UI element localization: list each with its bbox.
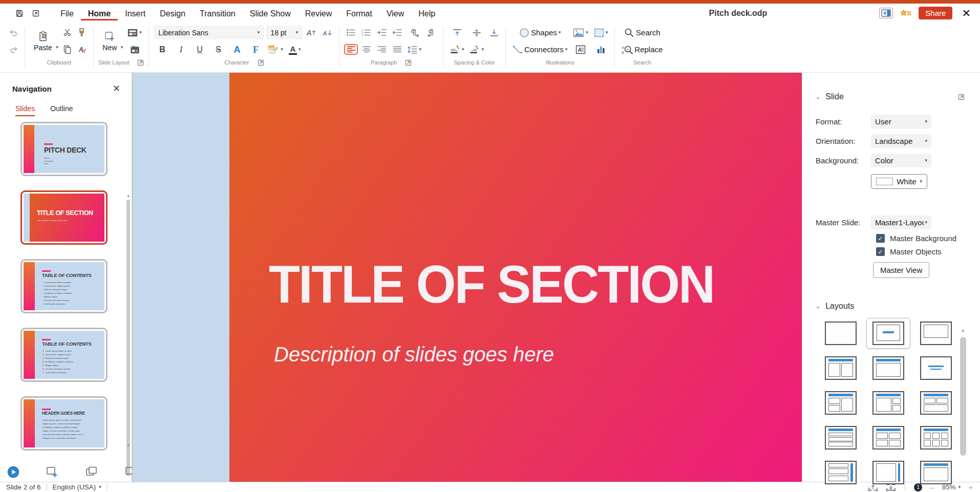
highlight-color-button[interactable]: ab▾ — [266, 44, 285, 56]
align-bottom-button[interactable] — [487, 27, 501, 38]
sidebar-scroll-up-icon[interactable]: ▲ — [960, 328, 967, 333]
background-select[interactable]: Color▾ — [871, 154, 931, 167]
save-icon[interactable] — [15, 9, 24, 17]
layout-option-title-two-content[interactable] — [819, 353, 863, 383]
numbered-list-button[interactable]: 123 — [359, 27, 373, 38]
language-selector[interactable]: English (USA) — [53, 483, 96, 491]
strikethrough-button[interactable]: S — [210, 44, 227, 55]
duplicate-slide-button[interactable] — [85, 466, 98, 478]
menu-design[interactable]: Design — [153, 6, 193, 20]
sidebar-scrollbar-thumb[interactable] — [960, 337, 966, 456]
copy-button[interactable] — [61, 43, 74, 56]
shrink-font-button[interactable]: A — [320, 27, 334, 39]
insert-textbox-button[interactable]: A — [571, 44, 590, 56]
slide-thumbnail-3[interactable]: TABLE OF CONTENTS•Lorem ipsum dolor sit … — [20, 259, 108, 313]
slide-title-text[interactable]: TITLE OF SECTION — [269, 258, 714, 311]
navigation-close-icon[interactable]: ✕ — [113, 83, 120, 94]
master-view-button[interactable]: Master View — [873, 262, 929, 278]
navigation-scrollbar-thumb[interactable] — [126, 200, 130, 476]
center-vertically-button[interactable] — [467, 27, 486, 38]
layout-option-vertical-bar-box[interactable] — [866, 457, 910, 488]
paste-dropdown-caret[interactable]: ▾ — [56, 45, 58, 50]
increase-indent-button[interactable] — [375, 27, 389, 38]
font-color-button[interactable]: A ▾ — [287, 43, 303, 56]
shadow-button[interactable]: A — [228, 44, 246, 56]
grow-font-button[interactable]: A — [304, 27, 318, 39]
layout-option-title-six-grid[interactable] — [914, 422, 958, 453]
menu-format[interactable]: Format — [339, 6, 379, 20]
space-above-button[interactable]: ▾ — [448, 44, 466, 55]
language-caret-icon[interactable]: ▾ — [99, 485, 101, 489]
align-top-button[interactable] — [448, 27, 466, 38]
underline-button[interactable]: U — [191, 44, 208, 55]
scroll-up-icon[interactable]: ▲ — [126, 194, 131, 198]
layout-option-centered-text[interactable] — [914, 353, 958, 383]
line-spacing-button[interactable]: ▾ — [406, 44, 423, 55]
layout-option-title-four-grid[interactable] — [866, 422, 910, 453]
slide-layout-button[interactable]: ▾ — [125, 27, 144, 38]
layout-option-title-right-split[interactable] — [866, 388, 910, 418]
menu-review[interactable]: Review — [298, 6, 339, 20]
add-slide-button[interactable] — [46, 466, 59, 478]
replace-button[interactable]: aba Replace — [620, 43, 665, 56]
undo-button[interactable] — [7, 27, 20, 38]
share-button[interactable]: Share — [919, 7, 952, 19]
open-new-window-icon[interactable] — [32, 9, 40, 17]
menu-file[interactable]: File — [53, 6, 81, 20]
menu-slide-show[interactable]: Slide Show — [243, 6, 298, 20]
start-presentation-button[interactable] — [7, 466, 19, 478]
search-button[interactable]: Search — [620, 26, 665, 39]
sidebar-scrollbar[interactable]: ▲ — [960, 328, 967, 482]
paragraph-popout-icon[interactable] — [405, 59, 412, 66]
close-document-icon[interactable]: ✕ — [960, 8, 973, 18]
change-layout-button[interactable] — [125, 44, 144, 56]
redo-button[interactable] — [7, 44, 20, 55]
layout-option-vertical-bar-rows[interactable] — [819, 457, 863, 488]
layout-option-title-two-top-one-bottom[interactable] — [914, 388, 958, 418]
nav-tab-slides[interactable]: Slides — [15, 104, 35, 116]
master-objects-checkbox[interactable]: ✓ — [876, 247, 885, 256]
collapse-toolbar-button[interactable] — [879, 8, 893, 18]
insert-chart-button[interactable] — [592, 44, 610, 56]
slide-thumbnail-1[interactable]: PITCH DECKNameLastnameDate — [20, 122, 108, 176]
shapes-button[interactable]: Shapes ▾ — [510, 26, 569, 39]
layout-option-title-wide-content[interactable] — [914, 457, 958, 488]
orientation-select[interactable]: Landscape▾ — [871, 134, 931, 148]
align-center-button[interactable] — [359, 44, 373, 55]
menu-transition[interactable]: Transition — [193, 6, 243, 20]
menu-help[interactable]: Help — [411, 6, 442, 20]
master-slide-select[interactable]: Master1-Layout▾ — [871, 216, 931, 229]
clear-formatting-button[interactable]: A — [75, 44, 89, 56]
layout-option-title-content[interactable] — [866, 353, 910, 383]
master-background-checkbox[interactable]: ✓ — [876, 234, 885, 243]
new-slide-button[interactable]: ▾ New — [98, 30, 124, 53]
navigation-scrollbar[interactable]: ▲ ▼ — [126, 194, 131, 448]
cut-button[interactable] — [61, 27, 74, 38]
menu-home[interactable]: Home — [81, 6, 118, 20]
scroll-down-icon[interactable]: ▼ — [126, 443, 131, 448]
slide-description-text[interactable]: Description of slides goes here — [274, 343, 554, 366]
font-name-combobox[interactable]: Liberation Sans▾ — [154, 26, 264, 39]
paragraph-ltr-button[interactable] — [406, 27, 423, 38]
nav-tab-outline[interactable]: Outline — [50, 104, 73, 116]
align-right-button[interactable] — [375, 44, 389, 55]
menu-view[interactable]: View — [379, 6, 411, 20]
layout-option-title-three-rows[interactable] — [819, 422, 863, 453]
character-popout-icon[interactable] — [258, 59, 264, 66]
new-slide-dropdown-caret[interactable]: ▾ — [121, 45, 123, 50]
space-below-button[interactable]: ▾ — [467, 44, 486, 55]
connectors-button[interactable]: Connectors ▾ — [510, 44, 569, 56]
paste-button[interactable]: ▾ Paste — [30, 30, 59, 53]
layout-option-title-left-split[interactable] — [819, 388, 863, 418]
decrease-indent-button[interactable] — [390, 27, 404, 38]
star-recommend-icon[interactable] — [900, 9, 911, 17]
layout-option-title-box[interactable] — [866, 318, 910, 349]
slide-section-popout-icon[interactable] — [958, 94, 965, 100]
layout-option-blank[interactable] — [819, 318, 863, 349]
fontwork-button[interactable]: F — [247, 44, 265, 56]
align-justify-button[interactable] — [390, 44, 404, 55]
clone-formatting-button[interactable] — [75, 26, 89, 39]
insert-image-button[interactable]: ▾ — [571, 27, 590, 39]
slide-thumbnail-5[interactable]: HEADER GOES HERELorem ipsum dolor sit am… — [20, 396, 108, 451]
layouts-section-chevron-icon[interactable]: ⌄ — [816, 303, 820, 310]
